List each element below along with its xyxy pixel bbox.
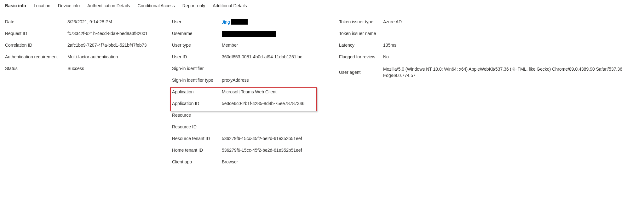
label-latency: Latency <box>339 43 383 48</box>
row-resource-tenant-id: Resource tenant ID 536279f6-15cc-45f2-be… <box>172 135 326 146</box>
label-token-issuer-type: Token issuer type <box>339 19 383 24</box>
row-user-agent: User agent Mozilla/5.0 (Windows NT 10.0;… <box>339 65 639 80</box>
row-flagged: Flagged for review No <box>339 53 639 65</box>
label-signin-identifier-type: Sign-in identifier type <box>172 78 222 83</box>
row-auth-requirement: Authentication requirement Multi-factor … <box>5 53 159 65</box>
label-auth-requirement: Authentication requirement <box>5 54 67 59</box>
column-2: User Jing Username User type Member User… <box>172 18 326 170</box>
row-latency: Latency 135ms <box>339 41 639 53</box>
label-token-issuer-name: Token issuer name <box>339 31 383 36</box>
label-resource: Resource <box>172 113 222 118</box>
value-flagged: No <box>383 54 639 59</box>
label-user-agent: User agent <box>339 70 383 75</box>
value-correlation-id: 2afc1be9-7207-4f7a-bbd1-521bf47feb73 <box>67 43 159 48</box>
value-user-agent: Mozilla/5.0 (Windows NT 10.0; Win64; x64… <box>383 66 639 79</box>
row-application: Application Microsoft Teams Web Client <box>172 88 326 100</box>
user-link[interactable]: Jing <box>222 20 230 25</box>
label-application: Application <box>172 89 222 94</box>
label-signin-identifier: Sign-in identifier <box>172 66 222 71</box>
label-date: Date <box>5 19 67 24</box>
label-correlation-id: Correlation ID <box>5 43 67 48</box>
row-status: Status Success <box>5 65 159 76</box>
value-home-tenant-id: 536279f6-15cc-45f2-be2d-61e352b51eef <box>222 148 326 153</box>
tab-location[interactable]: Location <box>34 0 50 12</box>
value-latency: 135ms <box>383 43 639 48</box>
value-user-id: 360df853-0081-4b0d-af94-11dab1251fac <box>222 54 326 59</box>
value-date: 3/23/2021, 9:14:28 PM <box>67 19 159 24</box>
column-3: Token issuer type Azure AD Token issuer … <box>339 18 639 170</box>
row-application-id: Application ID 5e3ce6c0-2b1f-4285-8d4b-7… <box>172 100 326 111</box>
value-user-type: Member <box>222 43 326 48</box>
row-user-id: User ID 360df853-0081-4b0d-af94-11dab125… <box>172 53 326 65</box>
row-date: Date 3/23/2021, 9:14:28 PM <box>5 18 159 30</box>
label-flagged: Flagged for review <box>339 54 383 59</box>
label-application-id: Application ID <box>172 101 222 106</box>
label-username: Username <box>172 31 222 36</box>
tab-conditional-access[interactable]: Conditional Access <box>138 0 175 12</box>
row-signin-identifier-type: Sign-in identifier type proxyAddress <box>172 76 326 88</box>
label-user-type: User type <box>172 43 222 48</box>
column-1: Date 3/23/2021, 9:14:28 PM Request ID fc… <box>5 18 159 170</box>
row-home-tenant-id: Home tenant ID 536279f6-15cc-45f2-be2d-6… <box>172 146 326 158</box>
details-content: Date 3/23/2021, 9:14:28 PM Request ID fc… <box>0 12 644 175</box>
tab-device-info[interactable]: Device info <box>58 0 80 12</box>
row-correlation-id: Correlation ID 2afc1be9-7207-4f7a-bbd1-5… <box>5 41 159 53</box>
row-client-app: Client app Browser <box>172 158 326 170</box>
value-client-app: Browser <box>222 159 326 164</box>
label-user: User <box>172 19 222 24</box>
label-client-app: Client app <box>172 159 222 164</box>
label-resource-id: Resource ID <box>172 124 222 129</box>
value-application: Microsoft Teams Web Client <box>222 89 326 94</box>
tab-authentication-details[interactable]: Authentication Details <box>87 0 130 12</box>
row-token-issuer-name: Token issuer name <box>339 30 639 41</box>
row-request-id: Request ID fc73342f-621b-4ecd-8da9-bed8a… <box>5 30 159 41</box>
row-user: User Jing <box>172 18 326 30</box>
value-application-id: 5e3ce6c0-2b1f-4285-8d4b-75ee78787346 <box>222 101 326 106</box>
row-token-issuer-type: Token issuer type Azure AD <box>339 18 639 30</box>
row-signin-identifier: Sign-in identifier <box>172 65 326 76</box>
value-username <box>222 31 326 37</box>
label-request-id: Request ID <box>5 31 67 36</box>
tab-basic-info[interactable]: Basic info <box>5 0 26 12</box>
label-status: Status <box>5 66 67 71</box>
value-signin-identifier-type: proxyAddress <box>222 78 326 83</box>
value-resource-tenant-id: 536279f6-15cc-45f2-be2d-61e352b51eef <box>222 136 326 141</box>
label-user-id: User ID <box>172 54 222 59</box>
value-user: Jing <box>222 19 326 25</box>
tab-additional-details[interactable]: Additional Details <box>213 0 247 12</box>
row-resource: Resource <box>172 111 326 123</box>
row-username: Username <box>172 30 326 41</box>
redacted-user-lastname <box>231 19 248 25</box>
tab-report-only[interactable]: Report-only <box>182 0 205 12</box>
label-resource-tenant-id: Resource tenant ID <box>172 136 222 141</box>
value-request-id: fc73342f-621b-4ecd-8da9-bed8a3f82001 <box>67 31 159 36</box>
value-auth-requirement: Multi-factor authentication <box>67 54 159 59</box>
value-status: Success <box>67 66 159 71</box>
label-home-tenant-id: Home tenant ID <box>172 148 222 153</box>
redacted-username <box>222 31 276 37</box>
row-user-type: User type Member <box>172 41 326 53</box>
tabs-bar: Basic info Location Device info Authenti… <box>0 0 644 12</box>
row-resource-id: Resource ID <box>172 123 326 135</box>
value-token-issuer-type: Azure AD <box>383 19 639 24</box>
